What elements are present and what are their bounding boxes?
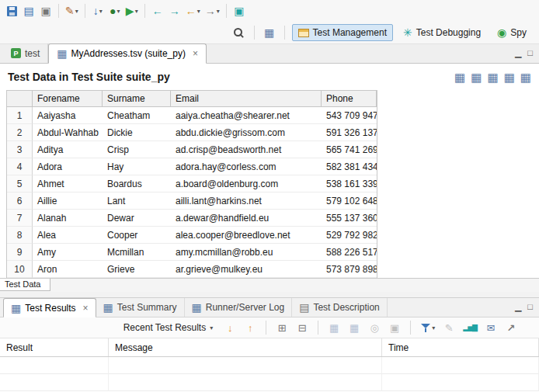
- import-button[interactable]: ↓▾: [90, 2, 106, 19]
- column-header-message[interactable]: Message: [109, 338, 382, 356]
- cell-surname[interactable]: Dewar: [103, 210, 171, 227]
- check-results-button[interactable]: ▦: [326, 319, 342, 336]
- cell-email[interactable]: amy.mcmillan@robb.eu: [171, 244, 322, 261]
- recent-test-results-dropdown[interactable]: Recent Test Results ▾: [119, 321, 218, 335]
- tab-test-data[interactable]: Test Data: [0, 279, 50, 291]
- cell-email[interactable]: aaiya.cheatha@shearer.net: [171, 107, 322, 124]
- table-row[interactable]: 10 Aron Grieve ar.grieve@mulkey.eu 573 8…: [7, 261, 377, 278]
- print-button[interactable]: ▤: [21, 2, 37, 19]
- tab-test-summary[interactable]: ▦ Test Summary: [96, 298, 185, 317]
- column-header-surname[interactable]: Surname: [103, 91, 171, 107]
- uncheck-results-button[interactable]: ▦: [346, 319, 362, 336]
- cell-phone[interactable]: 588 226 5176: [322, 244, 377, 261]
- cell-email[interactable]: ad.crisp@beadsworth.net: [171, 141, 322, 158]
- perspective-test-debugging[interactable]: ✳ Test Debugging: [397, 24, 487, 41]
- minimize-icon[interactable]: ▁: [515, 302, 521, 312]
- open-perspective-button[interactable]: ▣: [231, 2, 247, 19]
- table-row[interactable]: 6 Aillie Lant ailli.lant@harkins.net 579…: [7, 193, 377, 210]
- column-header-time[interactable]: Time: [382, 338, 539, 356]
- table-row[interactable]: 7 Alanah Dewar a.dewar@handfield.eu 555 …: [7, 210, 377, 227]
- debug-button[interactable]: ●▾: [107, 2, 123, 19]
- close-icon[interactable]: ×: [83, 303, 89, 314]
- perspective-test-management[interactable]: Test Management: [292, 24, 393, 41]
- table-row[interactable]: 5 Ahmet Boardus a.board@oldenburg.com 53…: [7, 175, 377, 193]
- cell-phone[interactable]: 529 792 9823: [322, 227, 377, 244]
- cell-phone[interactable]: 538 161 3394: [322, 175, 377, 193]
- search-button[interactable]: [231, 24, 247, 41]
- tab-test-results[interactable]: ▦ Test Results ×: [3, 298, 96, 317]
- cell-email[interactable]: abdu.dickie@grissom.com: [171, 124, 322, 141]
- cell-email[interactable]: adora.hay@corless.com: [171, 158, 322, 175]
- maximize-icon[interactable]: □: [527, 302, 533, 312]
- remove-column-icon[interactable]: ▦: [504, 71, 515, 83]
- table-row[interactable]: 9 Amy Mcmillan amy.mcmillan@robb.eu 588 …: [7, 244, 377, 261]
- chart-button[interactable]: ▂▅▇: [461, 319, 478, 336]
- add-row-icon[interactable]: ▦: [454, 71, 465, 83]
- collapse-all-button[interactable]: ⊟: [294, 319, 310, 336]
- cell-email[interactable]: ailli.lant@harkins.net: [171, 193, 322, 210]
- tab-test-description[interactable]: ▤ Test Description: [292, 298, 388, 317]
- cell-email[interactable]: alea.cooper@breedlove.net: [171, 227, 322, 244]
- perspective-spy[interactable]: ◉ Spy: [491, 24, 533, 41]
- close-icon[interactable]: ×: [193, 48, 198, 59]
- previous-failure-button[interactable]: ↑: [242, 319, 258, 336]
- column-header-email[interactable]: Email: [171, 91, 322, 107]
- remove-row-icon[interactable]: ▦: [471, 71, 482, 83]
- tab-runner-server-log[interactable]: ▦ Runner/Server Log: [185, 298, 293, 317]
- next-failure-button[interactable]: ↓: [222, 319, 238, 336]
- result-details-button[interactable]: ▣: [387, 319, 402, 336]
- last-edit-location-button[interactable]: ←: [150, 2, 165, 19]
- column-header-result[interactable]: Result: [0, 338, 109, 356]
- add-column-icon[interactable]: ▦: [487, 71, 498, 83]
- table-row[interactable]: 2 Abdul-Wahhab Dickie abdu.dickie@grisso…: [7, 124, 377, 141]
- cell-phone[interactable]: 579 102 6482: [322, 193, 377, 210]
- cell-surname[interactable]: Cheatham: [103, 107, 171, 124]
- cell-email[interactable]: ar.grieve@mulkey.eu: [171, 261, 322, 278]
- cell-forename[interactable]: Aaiyasha: [33, 107, 103, 124]
- filter-button[interactable]: ▾: [419, 319, 436, 336]
- back-button[interactable]: ←▾: [184, 2, 202, 19]
- cell-phone[interactable]: 582 381 4345: [322, 158, 377, 175]
- cell-surname[interactable]: Lant: [103, 193, 171, 210]
- open-perspective-list-button[interactable]: ▦: [262, 24, 277, 41]
- cell-email[interactable]: a.board@oldenburg.com: [171, 175, 322, 193]
- cell-forename[interactable]: Adora: [33, 158, 103, 175]
- table-row[interactable]: 8 Alea Cooper alea.cooper@breedlove.net …: [7, 227, 377, 244]
- cell-surname[interactable]: Crisp: [103, 141, 171, 158]
- minimize-icon[interactable]: ▁: [515, 48, 521, 58]
- cell-surname[interactable]: Dickie: [103, 124, 171, 141]
- cell-forename[interactable]: Aditya: [33, 141, 103, 158]
- panel-sash[interactable]: [0, 292, 539, 297]
- cell-surname[interactable]: Hay: [103, 158, 171, 175]
- expand-all-button[interactable]: ⊞: [274, 319, 290, 336]
- cell-surname[interactable]: Grieve: [103, 261, 171, 278]
- upload-results-button[interactable]: ◎: [367, 319, 382, 336]
- cell-phone[interactable]: 565 741 2692: [322, 141, 377, 158]
- cell-forename[interactable]: Amy: [33, 244, 103, 261]
- column-header-forename[interactable]: Forename: [33, 91, 103, 107]
- cell-forename[interactable]: Alea: [33, 227, 103, 244]
- cell-forename[interactable]: Abdul-Wahhab: [33, 124, 103, 141]
- cell-surname[interactable]: Mcmillan: [103, 244, 171, 261]
- export-results-button[interactable]: ↗: [503, 319, 519, 336]
- cell-forename[interactable]: Ahmet: [33, 175, 103, 193]
- cell-forename[interactable]: Alanah: [33, 210, 103, 227]
- new-window-button[interactable]: ▣: [38, 2, 54, 19]
- cell-surname[interactable]: Boardus: [103, 175, 171, 193]
- cell-phone[interactable]: 573 879 8988: [322, 261, 377, 278]
- tab-myaddresses-tsv[interactable]: ▦ MyAddresses.tsv (suite_py) ×: [48, 43, 207, 64]
- tab-test[interactable]: P test: [3, 43, 48, 63]
- save-button[interactable]: [4, 2, 19, 19]
- annotate-button[interactable]: ✎: [441, 319, 457, 336]
- column-header-phone[interactable]: Phone: [322, 91, 377, 107]
- cell-phone[interactable]: 555 137 3609: [322, 210, 377, 227]
- import-data-icon[interactable]: ▦: [520, 71, 531, 83]
- cell-surname[interactable]: Cooper: [103, 227, 171, 244]
- table-row[interactable]: 3 Aditya Crisp ad.crisp@beadsworth.net 5…: [7, 141, 377, 158]
- cell-forename[interactable]: Aillie: [33, 193, 103, 210]
- maximize-icon[interactable]: □: [527, 48, 533, 58]
- next-edit-location-button[interactable]: →: [167, 2, 183, 19]
- cell-phone[interactable]: 591 326 1378: [322, 124, 377, 141]
- table-row[interactable]: 4 Adora Hay adora.hay@corless.com 582 38…: [7, 158, 377, 175]
- cell-email[interactable]: a.dewar@handfield.eu: [171, 210, 322, 227]
